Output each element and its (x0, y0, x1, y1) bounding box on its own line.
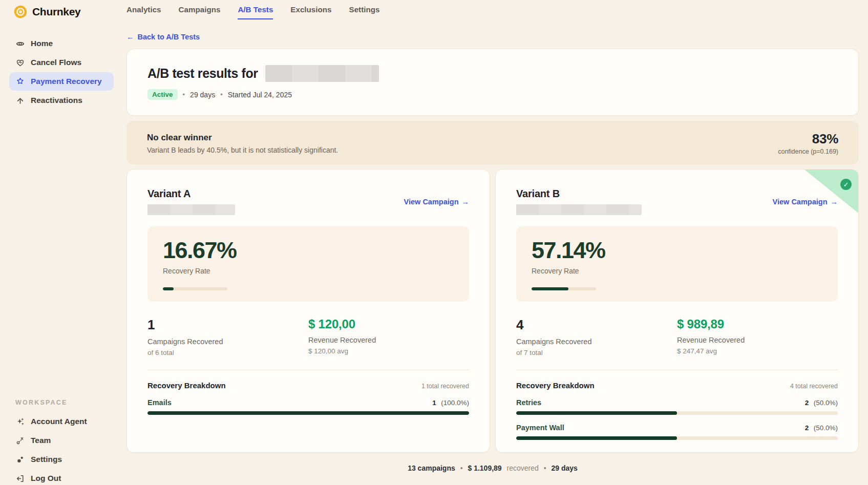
breakdown-pct: (50.0%) (814, 424, 838, 432)
confidence-value: 83% (778, 131, 838, 147)
test-duration: 29 days (190, 91, 215, 99)
breakdown-total: 1 total recovered (421, 383, 469, 390)
test-header-card: A/B test results for Active • 29 days • … (126, 49, 859, 116)
tab-exclusions[interactable]: Exclusions (290, 5, 331, 19)
churnkey-logo-icon (13, 5, 28, 19)
recovery-rate-progress (532, 287, 596, 290)
back-to-ab-tests-link[interactable]: ← Back to A/B Tests (126, 33, 200, 41)
logout-icon (16, 474, 25, 483)
variant-b-card: ✓ Variant B View Campaign → 57.14% Recov… (495, 169, 859, 453)
tab-campaigns[interactable]: Campaigns (179, 5, 221, 19)
campaigns-recovered-label: Campaigns Recovered (147, 338, 308, 346)
breakdown-row-retries: Retries 2 (50.0%) (516, 398, 838, 415)
campaigns-recovered-value: 1 (147, 317, 308, 333)
sidebar-item-label: Cancel Flows (31, 58, 81, 67)
sidebar-item-cancel-flows[interactable]: Cancel Flows (9, 53, 114, 72)
page-title: A/B test results for (147, 66, 258, 81)
winner-check-icon: ✓ (840, 179, 852, 190)
breakdown-progress-fill (516, 436, 677, 440)
revenue-recovered-label: Revenue Recovered (308, 336, 469, 344)
arrow-left-icon: ← (126, 33, 134, 41)
revenue-recovered-stat: $ 120,00 Revenue Recovered $ 120,00 avg (308, 317, 469, 356)
recovery-rate-label: Recovery Rate (532, 267, 822, 275)
breakdown-row-payment-wall: Payment Wall 2 (50.0%) (516, 423, 838, 440)
sidebar: Churnkey Home Cancel Flows Payment Recov… (0, 0, 123, 485)
breakdown-progress-fill (516, 411, 677, 415)
brand[interactable]: Churnkey (0, 0, 123, 19)
app-root: Churnkey Home Cancel Flows Payment Recov… (0, 0, 868, 485)
divider (147, 370, 469, 370)
breakdown-pct: (100.0%) (441, 399, 469, 407)
tab-ab-tests[interactable]: A/B Tests (238, 5, 273, 19)
sidebar-item-label: Account Agent (31, 417, 87, 426)
tab-settings[interactable]: Settings (349, 5, 380, 19)
breakdown-label: Payment Wall (516, 424, 564, 432)
breakdown-title: Recovery Breakdown (516, 381, 595, 390)
revenue-recovered-value: $ 120,00 (308, 317, 469, 331)
redacted-campaign-name (516, 204, 642, 215)
back-link-label: Back to A/B Tests (138, 33, 200, 41)
banner-subtitle: Variant B leads by 40.5%, but it is not … (147, 146, 338, 154)
view-campaign-label: View Campaign (404, 198, 459, 206)
sidebar-item-label: Home (31, 39, 53, 48)
breakdown-label: Retries (516, 398, 541, 407)
breakdown-count: 1 (432, 399, 436, 407)
brand-name: Churnkey (32, 6, 80, 18)
revenue-recovered-label: Revenue Recovered (677, 336, 838, 344)
banner-title: No clear winner (147, 133, 338, 143)
recovery-rate-box: 16.67% Recovery Rate (147, 226, 469, 302)
sidebar-item-settings[interactable]: Settings (9, 450, 114, 469)
divider (516, 370, 838, 370)
main-content: Analytics Campaigns A/B Tests Exclusions… (123, 0, 868, 485)
bullet-separator: • (460, 464, 463, 472)
bullet-separator: • (183, 91, 185, 98)
summary-footer: 13 campaigns • $ 1.109,89 recovered • 29… (126, 464, 859, 472)
home-icon (16, 39, 25, 48)
recovery-rate-progress-fill (163, 287, 174, 290)
workspace-label: WORKSPACE (0, 399, 123, 406)
sidebar-item-log-out[interactable]: Log Out (9, 469, 114, 485)
breakdown-total: 4 total recovered (790, 383, 838, 390)
campaigns-recovered-stat: 1 Campaigns Recovered of 6 total (147, 317, 308, 356)
variant-name: Variant A (147, 188, 235, 200)
workspace-section: WORKSPACE Account Agent Team (0, 399, 123, 485)
summary-amount: $ 1.109,89 (468, 464, 501, 472)
revenue-recovered-value: $ 989,89 (677, 317, 838, 331)
bullet-separator: • (544, 464, 546, 472)
confidence-label: confidence (p=0.169) (778, 148, 838, 155)
sidebar-item-label: Settings (31, 455, 62, 464)
redacted-test-name (265, 65, 379, 82)
breakdown-progress (516, 436, 838, 440)
campaigns-recovered-value: 4 (516, 317, 677, 333)
bullet-separator: • (220, 91, 223, 98)
recovery-rate-box: 57.14% Recovery Rate (516, 226, 838, 302)
sidebar-nav: Home Cancel Flows Payment Recovery React… (0, 34, 123, 110)
summary-campaigns: 13 campaigns (408, 464, 455, 472)
tab-analytics[interactable]: Analytics (126, 5, 161, 19)
campaigns-recovered-sub: of 7 total (516, 349, 677, 356)
summary-duration: 29 days (551, 464, 577, 472)
sidebar-item-team[interactable]: Team (9, 431, 114, 450)
campaigns-recovered-sub: of 6 total (147, 349, 308, 356)
arrow-right-icon: → (462, 198, 470, 206)
recovery-rate-value: 16.67% (163, 238, 454, 262)
sidebar-item-label: Payment Recovery (31, 77, 102, 86)
sidebar-item-payment-recovery[interactable]: Payment Recovery (9, 72, 114, 91)
view-campaign-link[interactable]: View Campaign → (773, 198, 838, 206)
breakdown-pct: (50.0%) (814, 399, 838, 407)
dots-icon (16, 455, 25, 464)
breakdown-row-emails: Emails 1 (100.0%) (147, 398, 469, 415)
recovery-rate-value: 57.14% (532, 238, 822, 262)
summary-recovered-label: recovered (507, 464, 539, 472)
view-campaign-label: View Campaign (773, 198, 828, 206)
variant-cards-row: Variant A View Campaign → 16.67% Recover… (126, 169, 859, 453)
result-banner: No clear winner Variant B leads by 40.5%… (126, 121, 859, 164)
campaigns-recovered-stat: 4 Campaigns Recovered of 7 total (516, 317, 677, 356)
sidebar-item-reactivations[interactable]: Reactivations (9, 91, 114, 110)
view-campaign-link[interactable]: View Campaign → (404, 198, 469, 206)
workspace-nav: Account Agent Team Settings (0, 412, 123, 485)
sidebar-item-account-agent[interactable]: Account Agent (9, 412, 114, 431)
sidebar-item-label: Log Out (31, 474, 61, 483)
variant-name: Variant B (516, 188, 642, 200)
sidebar-item-home[interactable]: Home (9, 34, 114, 53)
